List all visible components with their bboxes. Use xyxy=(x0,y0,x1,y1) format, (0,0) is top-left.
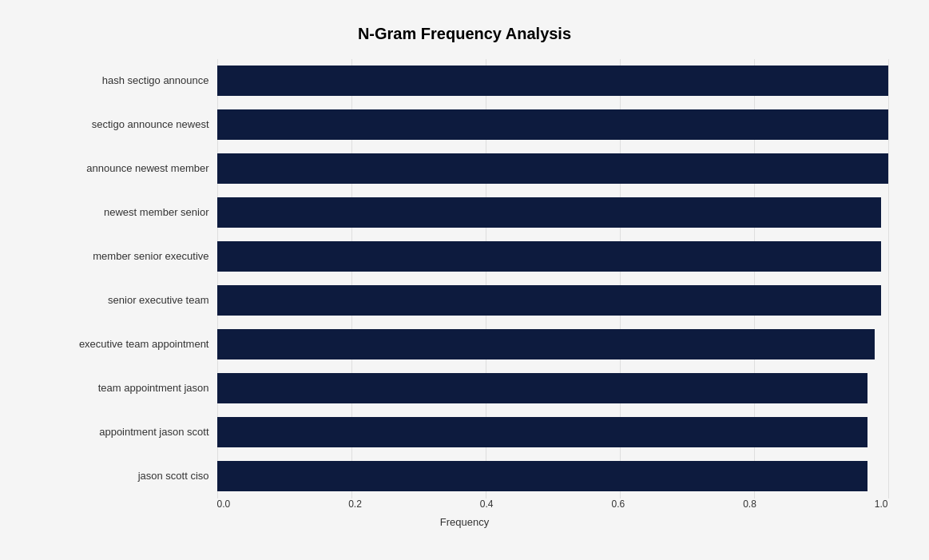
bar xyxy=(217,197,882,228)
y-axis-label: jason scott ciso xyxy=(138,470,209,483)
plot-area xyxy=(217,59,888,498)
bar xyxy=(217,66,888,96)
x-labels: 0.00.20.40.60.81.0 xyxy=(217,498,888,510)
bar xyxy=(217,417,868,447)
bar-row xyxy=(217,367,888,411)
x-tick-label: 0.2 xyxy=(348,498,362,510)
bar xyxy=(217,461,868,491)
bar-row xyxy=(217,235,888,279)
bars-container xyxy=(217,59,888,498)
bar-row xyxy=(217,191,888,235)
x-axis-title: Frequency xyxy=(42,516,888,528)
x-tick-label: 1.0 xyxy=(875,498,888,510)
chart-container: N-Gram Frequency Analysis hash sectigo a… xyxy=(26,9,904,552)
bar-row xyxy=(217,59,888,103)
y-axis-label: newest member senior xyxy=(104,206,209,219)
x-tick-label: 0.8 xyxy=(743,498,756,510)
y-axis-label: team appointment jason xyxy=(98,382,209,395)
bar xyxy=(217,329,875,359)
bar xyxy=(217,109,888,140)
chart-area: hash sectigo announcesectigo announce ne… xyxy=(42,59,888,498)
x-tick-label: 0.0 xyxy=(217,498,231,510)
bar xyxy=(217,241,882,272)
y-axis-label: announce newest member xyxy=(86,162,208,175)
chart-title: N-Gram Frequency Analysis xyxy=(42,25,888,43)
bar-row xyxy=(217,323,888,367)
bar-row xyxy=(217,411,888,455)
grid-line xyxy=(888,59,889,498)
bottom-section: 0.00.20.40.60.81.0 Frequency xyxy=(42,498,888,528)
y-axis-label: hash sectigo announce xyxy=(102,74,209,87)
bar-row xyxy=(217,103,888,147)
y-axis-label: sectigo announce newest xyxy=(92,118,209,131)
bar xyxy=(217,373,868,403)
bar-row xyxy=(217,147,888,191)
bar xyxy=(217,285,882,316)
y-axis: hash sectigo announcesectigo announce ne… xyxy=(42,59,217,498)
x-tick-label: 0.6 xyxy=(611,498,625,510)
y-axis-label: member senior executive xyxy=(93,250,208,263)
bar xyxy=(217,153,888,184)
y-axis-label: executive team appointment xyxy=(79,338,209,351)
bar-row xyxy=(217,455,888,498)
y-axis-label: appointment jason scott xyxy=(99,426,208,439)
bar-row xyxy=(217,279,888,323)
x-tick-label: 0.4 xyxy=(480,498,494,510)
y-axis-label: senior executive team xyxy=(108,294,208,307)
